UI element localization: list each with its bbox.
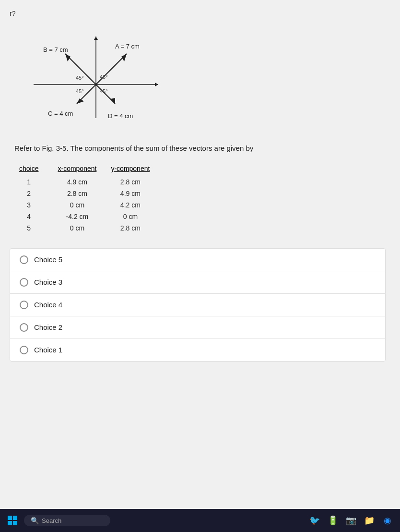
radio-choice1[interactable]	[20, 346, 28, 354]
svg-marker-1	[155, 83, 158, 86]
answer-options: Choice 5 Choice 3 Choice 4 Choice 2 Choi…	[10, 248, 386, 362]
svg-marker-11	[111, 98, 115, 104]
option-label-choice3: Choice 3	[34, 278, 62, 286]
battery-icon: 🔋	[325, 513, 341, 528]
cell-x: 2.8 cm	[58, 188, 111, 199]
cell-x: 0 cm	[58, 199, 111, 211]
cell-x: -4.2 cm	[58, 211, 111, 222]
col-header-choice: choice	[19, 164, 58, 176]
search-label: Search	[42, 517, 61, 524]
svg-line-10	[96, 85, 115, 104]
radio-choice4[interactable]	[20, 301, 28, 309]
cell-y: 4.2 cm	[111, 199, 164, 211]
start-button[interactable]	[5, 513, 20, 528]
col-header-y: y-component	[111, 164, 164, 176]
main-content: r? B = 7 cm A =	[0, 0, 400, 509]
table-row: 3 0 cm 4.2 cm	[19, 199, 164, 211]
label-C: C = 4 cm	[48, 110, 73, 117]
cell-y: 4.9 cm	[111, 188, 164, 199]
bird-icon: 🐦	[307, 513, 322, 528]
cell-y: 2.8 cm	[111, 222, 164, 234]
label-A: A = 7 cm	[115, 43, 140, 50]
cell-choice: 5	[19, 222, 58, 234]
taskbar: 🔍 Search 🐦 🔋 📷 📁 ◉	[0, 509, 400, 532]
cell-choice: 2	[19, 188, 58, 199]
table-row: 2 2.8 cm 4.9 cm	[19, 188, 164, 199]
taskbar-search[interactable]: 🔍 Search	[24, 515, 110, 526]
cell-x: 0 cm	[58, 222, 111, 234]
radio-choice5[interactable]	[20, 255, 28, 264]
option-choice5[interactable]: Choice 5	[10, 249, 385, 271]
option-choice2[interactable]: Choice 2	[10, 316, 385, 339]
table-row: 1 4.9 cm 2.8 cm	[19, 176, 164, 188]
taskbar-system-icons: 🐦 🔋 📷 📁 ◉	[307, 513, 395, 528]
svg-marker-7	[65, 54, 71, 61]
svg-line-4	[96, 54, 127, 85]
svg-marker-3	[94, 36, 98, 40]
option-label-choice4: Choice 4	[34, 301, 62, 309]
svg-text:45°: 45°	[100, 88, 108, 94]
svg-text:45°: 45°	[76, 88, 84, 94]
cell-y: 0 cm	[111, 211, 164, 222]
svg-marker-5	[121, 54, 127, 61]
option-label-choice2: Choice 2	[34, 323, 62, 331]
label-D: D = 4 cm	[108, 112, 133, 120]
cell-x: 4.9 cm	[58, 176, 111, 188]
label-B: B = 7 cm	[43, 46, 68, 53]
vector-diagram: B = 7 cm A = 7 cm C = 4 cm D = 4 cm 45° …	[19, 22, 386, 134]
question-mark: r?	[10, 10, 386, 17]
question-text: Refer to Fig. 3-5. The components of the…	[14, 143, 386, 154]
svg-text:45°: 45°	[76, 75, 84, 81]
option-choice3[interactable]: Choice 3	[10, 271, 385, 294]
search-icon: 🔍	[31, 517, 39, 524]
cell-choice: 1	[19, 176, 58, 188]
option-label-choice5: Choice 5	[34, 255, 62, 264]
col-header-x: x-component	[58, 164, 111, 176]
radio-choice2[interactable]	[20, 323, 28, 332]
svg-text:45°: 45°	[100, 74, 108, 80]
table-row: 5 0 cm 2.8 cm	[19, 222, 164, 234]
choice-table: choice x-component y-component 1 4.9 cm …	[19, 164, 164, 234]
radio-choice3[interactable]	[20, 278, 28, 287]
camera-icon: 📷	[343, 513, 359, 528]
cell-choice: 3	[19, 199, 58, 211]
browser-icon: ◉	[380, 513, 395, 528]
folder-icon: 📁	[362, 513, 377, 528]
option-label-choice1: Choice 1	[34, 346, 62, 354]
option-choice1[interactable]: Choice 1	[10, 339, 385, 361]
cell-y: 2.8 cm	[111, 176, 164, 188]
cell-choice: 4	[19, 211, 58, 222]
table-row: 4 -4.2 cm 0 cm	[19, 211, 164, 222]
option-choice4[interactable]: Choice 4	[10, 294, 385, 316]
windows-icon	[8, 516, 17, 525]
svg-marker-9	[77, 98, 84, 104]
